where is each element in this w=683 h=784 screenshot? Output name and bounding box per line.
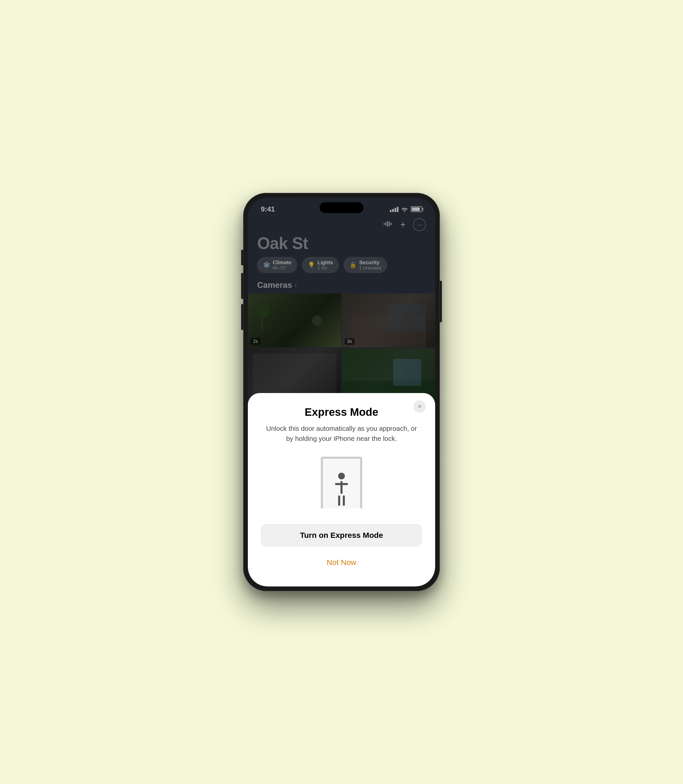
phone-device: 9:41 (243, 193, 440, 591)
person-legs (338, 496, 345, 506)
person-figure (338, 473, 345, 506)
person-leg-left (338, 496, 340, 506)
modal-overlay: × Express Mode Unlock this door automati… (248, 198, 435, 586)
person-body (340, 481, 343, 494)
modal-title: Express Mode (261, 406, 422, 418)
express-mode-modal: × Express Mode Unlock this door automati… (248, 393, 435, 586)
power-button[interactable] (440, 281, 442, 322)
person-head (338, 473, 345, 479)
modal-close-button[interactable]: × (414, 400, 426, 413)
door-frame (321, 457, 362, 508)
modal-description: Unlock this door automatically as you ap… (261, 424, 422, 444)
not-now-button[interactable]: Not Now (261, 554, 422, 571)
mute-button[interactable] (241, 250, 243, 265)
volume-up-button[interactable] (241, 273, 243, 299)
door-illustration (261, 454, 422, 511)
volume-down-button[interactable] (241, 304, 243, 330)
phone-screen: 9:41 (248, 198, 435, 586)
person-arms (335, 483, 348, 485)
close-icon: × (418, 403, 422, 410)
turn-on-express-mode-button[interactable]: Turn on Express Mode (261, 524, 422, 547)
person-leg-right (343, 496, 345, 506)
